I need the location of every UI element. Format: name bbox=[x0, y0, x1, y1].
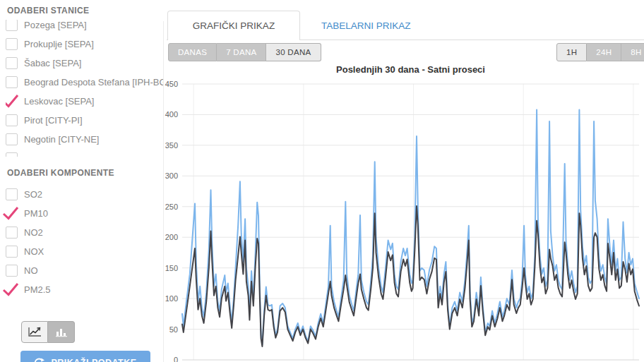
component-row-so2[interactable]: SO2 bbox=[6, 185, 164, 204]
component-label: PM10 bbox=[24, 208, 48, 219]
range-button-7dana[interactable]: 7 DANA bbox=[217, 43, 266, 61]
component-row-no2[interactable]: NO2 bbox=[6, 223, 164, 242]
component-label: NO bbox=[24, 265, 38, 276]
station-label: Leskovac [SEPA] bbox=[24, 96, 94, 107]
tab-graphical[interactable]: GRAFIČKI PRIKAZ bbox=[167, 11, 300, 40]
components-list: SO2 PM10 NO2 NOX NO PM2.5 bbox=[6, 185, 164, 299]
range-button-30dana[interactable]: 30 DANA bbox=[266, 43, 321, 61]
checkbox bbox=[6, 57, 18, 69]
station-row-prokuplje[interactable]: Prokuplje [SEPA] bbox=[6, 35, 164, 54]
station-row-negotin[interactable]: Negotin [CITY-NE] bbox=[6, 130, 164, 149]
show-data-label: PRIKAŽI PODATKE bbox=[51, 358, 136, 362]
y-axis-label: 350 bbox=[165, 141, 178, 150]
check-icon bbox=[6, 94, 19, 108]
y-axis-label: 50 bbox=[169, 325, 178, 334]
y-axis-label: 450 bbox=[165, 80, 178, 88]
line-chart-button[interactable] bbox=[21, 321, 48, 343]
component-label: NOX bbox=[24, 246, 44, 257]
y-axis-label: 150 bbox=[165, 264, 178, 272]
refresh-icon bbox=[34, 358, 44, 362]
show-data-button[interactable]: PRIKAŽI PODATKE bbox=[20, 351, 150, 362]
checkbox bbox=[6, 284, 18, 296]
stations-header: ODABERI STANICE bbox=[7, 6, 164, 16]
checkbox bbox=[6, 246, 18, 258]
chart-type-toggle bbox=[21, 321, 75, 343]
bar-chart-icon bbox=[55, 327, 68, 337]
checkbox bbox=[6, 133, 18, 145]
checkbox bbox=[6, 227, 18, 239]
station-row-pozega[interactable]: Pozega [SEPA] bbox=[6, 20, 164, 35]
checkbox bbox=[6, 95, 18, 107]
tab-tabular[interactable]: TABELARNI PRIKAZ bbox=[321, 11, 411, 40]
sidebar: ODABERI STANICE Pozega [SEPA] Prokuplje … bbox=[0, 0, 164, 362]
component-label: SO2 bbox=[24, 189, 42, 200]
station-label: Negotin [CITY-NE] bbox=[24, 134, 99, 145]
station-row-beograd-despota-stefana[interactable]: Beograd Despota Stefana [IPH-BGD] bbox=[6, 73, 164, 92]
station-label: Pirot [CITY-PI] bbox=[24, 115, 83, 126]
station-row-partial[interactable] bbox=[6, 149, 164, 157]
interval-button-8h[interactable]: 8H bbox=[621, 43, 644, 61]
bar-chart-button[interactable] bbox=[48, 321, 75, 343]
component-label: NO2 bbox=[24, 227, 43, 238]
checkbox bbox=[6, 114, 18, 126]
chart-plot-area[interactable]: 050100150200250300350400450 bbox=[160, 79, 644, 362]
station-label: Pozega [SEPA] bbox=[24, 20, 87, 30]
y-axis-label: 100 bbox=[165, 294, 178, 303]
checkbox bbox=[6, 38, 18, 50]
tab-graphical-label: GRAFIČKI PRIKAZ bbox=[193, 20, 275, 31]
checkbox bbox=[6, 188, 18, 200]
tab-tabular-label: TABELARNI PRIKAZ bbox=[321, 20, 411, 31]
components-header: ODABERI KOMPONENTE bbox=[7, 168, 164, 178]
stations-list: Pozega [SEPA] Prokuplje [SEPA] Šabac [SE… bbox=[6, 20, 164, 157]
station-label: Prokuplje [SEPA] bbox=[24, 39, 94, 49]
checkbox bbox=[6, 207, 18, 219]
y-axis-label: 300 bbox=[165, 171, 178, 180]
checkbox bbox=[6, 152, 18, 157]
range-button-group: DANAS 7 DANA 30 DANA bbox=[168, 43, 321, 61]
component-row-pm10[interactable]: PM10 bbox=[6, 204, 164, 223]
range-button-danas[interactable]: DANAS bbox=[168, 43, 217, 61]
interval-button-group: 1H 24H 8H bbox=[556, 43, 644, 61]
check-icon bbox=[2, 282, 19, 296]
y-axis-label: 250 bbox=[165, 203, 178, 211]
line-chart-icon bbox=[28, 327, 42, 337]
station-row-pirot[interactable]: Pirot [CITY-PI] bbox=[6, 111, 164, 130]
component-row-no[interactable]: NO bbox=[6, 261, 164, 280]
checkbox bbox=[6, 265, 18, 277]
checkbox bbox=[6, 76, 18, 88]
y-axis-label: 400 bbox=[165, 110, 178, 119]
checkbox bbox=[6, 20, 18, 31]
station-label: Šabac [SEPA] bbox=[24, 58, 81, 68]
component-label: PM2.5 bbox=[24, 284, 51, 295]
check-icon bbox=[2, 206, 19, 220]
station-row-sabac[interactable]: Šabac [SEPA] bbox=[6, 54, 164, 73]
chart-title: Poslednjih 30 dana - Satni proseci bbox=[182, 64, 639, 75]
y-axis-label: 200 bbox=[165, 233, 178, 241]
station-label: Beograd Despota Stefana [IPH-BGD] bbox=[24, 77, 164, 88]
interval-button-24h[interactable]: 24H bbox=[587, 43, 621, 61]
interval-button-1h[interactable]: 1H bbox=[556, 43, 587, 61]
y-axis-label: 0 bbox=[174, 356, 178, 362]
component-row-pm25[interactable]: PM2.5 bbox=[6, 280, 164, 299]
station-row-leskovac[interactable]: Leskovac [SEPA] bbox=[6, 92, 164, 111]
component-row-nox[interactable]: NOX bbox=[6, 242, 164, 261]
